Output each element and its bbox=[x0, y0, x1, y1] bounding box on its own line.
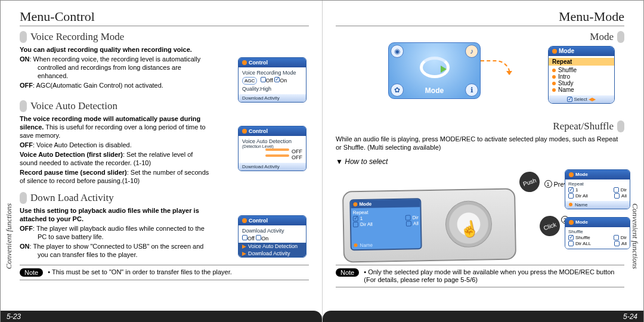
section-cap-icon bbox=[617, 120, 624, 132]
how-to-select: How to select bbox=[336, 157, 624, 166]
ui-mode-shuffle: Mode Shuffle ShuffleDir Dir ALLAll bbox=[565, 217, 630, 249]
section-title: Voice Auto Detection bbox=[30, 100, 117, 112]
mode-arrow-icon bbox=[420, 57, 450, 78]
page-right: Menu-Mode Mode ◉ ♪ ✿ ℹ Mode Mode Repeat … bbox=[322, 1, 643, 322]
note-tag: Note bbox=[336, 268, 359, 277]
page-footer-right: 5-24 bbox=[323, 311, 643, 322]
mode-list-panel: Mode Repeat Shuffle Intro Study Name Sel… bbox=[548, 46, 615, 104]
voice-recording-body: You can adjust recording quality when re… bbox=[20, 45, 210, 89]
rs-desc: While an audio file is playing, press MO… bbox=[336, 135, 622, 151]
dashed-arrow-icon bbox=[481, 60, 510, 75]
section-title: Repeat/Shuffle bbox=[553, 120, 614, 132]
corner-icon-disc: ◉ bbox=[391, 45, 404, 58]
manual-spread: Menu-Control Voice Recording Mode You ca… bbox=[0, 0, 644, 322]
device-screen: Mode Repeat 1Dir Dir AllAll Name bbox=[349, 198, 422, 250]
section-cap-icon bbox=[20, 192, 27, 204]
corner-icon-note: ♪ bbox=[465, 45, 478, 58]
section-dla: Down Load Activity bbox=[20, 192, 309, 204]
section-title: Down Load Activity bbox=[30, 192, 114, 204]
click-bubble-icon: Click bbox=[537, 213, 563, 239]
mode-main-panel: ◉ ♪ ✿ ℹ Mode bbox=[388, 42, 481, 99]
side-tab-left: Convenient functions bbox=[4, 203, 15, 269]
section-repeat-shuffle: Repeat/Shuffle bbox=[336, 120, 624, 132]
ui-mode-repeat: Mode Repeat 1Dir Dir AllAll Name bbox=[565, 169, 630, 209]
page-header-right: Menu-Mode bbox=[336, 9, 624, 26]
section-cap-icon bbox=[20, 100, 27, 112]
ui-control-voicerec: Control Voice Recording Mode AGC Off On … bbox=[238, 57, 306, 103]
section-voice-recording: Voice Recording Mode bbox=[20, 31, 309, 43]
vad-body: The voice recording mode will automatica… bbox=[20, 114, 210, 185]
ui-control-vad: Control Voice Auto Detection (Detection … bbox=[238, 126, 306, 171]
device-area: Mode Repeat 1Dir Dir AllAll Name ☝ 1Prev… bbox=[336, 169, 624, 259]
section-cap-icon bbox=[617, 31, 624, 43]
note-left: Note • This must be set to "ON" in order… bbox=[20, 265, 309, 280]
ui-control-dla: Control Download Activity Off On ▶Voice … bbox=[238, 215, 306, 258]
page-footer-left: 5-23 bbox=[1, 311, 322, 322]
mode-panel-label: Mode bbox=[389, 86, 480, 95]
note-right: Note • Only the selected play mode will … bbox=[336, 265, 624, 287]
note-tag: Note bbox=[20, 268, 43, 277]
section-cap-icon bbox=[20, 31, 27, 43]
finger-icon: ☝ bbox=[458, 218, 480, 240]
push-bubble-icon: Push bbox=[517, 169, 543, 195]
device-illustration: Mode Repeat 1Dir Dir AllAll Name ☝ bbox=[342, 188, 516, 262]
page-header-left: Menu-Control bbox=[20, 9, 309, 26]
page-left: Menu-Control Voice Recording Mode You ca… bbox=[1, 1, 322, 322]
section-title: Voice Recording Mode bbox=[30, 31, 124, 43]
section-mode: Mode bbox=[336, 31, 624, 43]
side-tab-right: Convenient functions bbox=[629, 203, 640, 269]
section-title: Mode bbox=[590, 31, 614, 43]
dla-body: Use this setting to playback audio files… bbox=[20, 206, 210, 259]
